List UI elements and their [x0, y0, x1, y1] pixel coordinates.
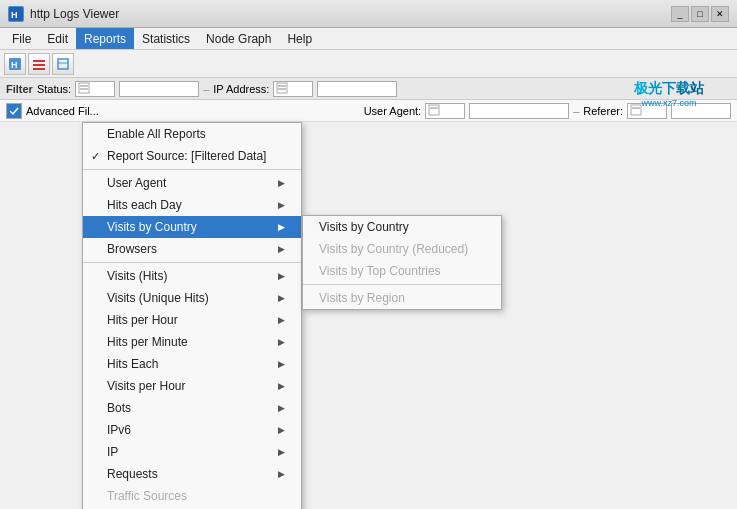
svg-rect-15: [429, 105, 439, 115]
arrow-ipv6: ▶: [278, 425, 285, 435]
arrow-hits-hour: ▶: [278, 315, 285, 325]
menu-requests[interactable]: Requests ▶: [83, 463, 301, 485]
user-agent-input[interactable]: [469, 103, 569, 119]
menu-reports[interactable]: Reports: [76, 28, 134, 49]
close-button[interactable]: ✕: [711, 6, 729, 22]
minimize-button[interactable]: _: [671, 6, 689, 22]
arrow-visits-unique: ▶: [278, 293, 285, 303]
menu-hits-each-day[interactable]: Hits each Day ▶: [83, 194, 301, 216]
ip-combo[interactable]: [273, 81, 313, 97]
svg-rect-5: [33, 64, 45, 66]
separator-1: –: [203, 83, 209, 95]
menu-file[interactable]: File: [4, 28, 39, 49]
status-input[interactable]: [119, 81, 199, 97]
title-bar: H http Logs Viewer _ □ ✕: [0, 0, 737, 28]
arrow-visits-hour: ▶: [278, 381, 285, 391]
menu-edit[interactable]: Edit: [39, 28, 76, 49]
arrow-visits-hits: ▶: [278, 271, 285, 281]
menu-user-agent[interactable]: User Agent ▶: [83, 172, 301, 194]
menu-traffic-sources: Traffic Sources: [83, 485, 301, 507]
menu-bar: File Edit Reports Statistics Node Graph …: [0, 28, 737, 50]
watermark: 极光下载站 www.xz7.com: [609, 74, 729, 114]
menu-visits-hits[interactable]: Visits (Hits) ▶: [83, 265, 301, 287]
visits-country-submenu: Visits by Country Visits by Country (Red…: [302, 215, 502, 310]
maximize-button[interactable]: □: [691, 6, 709, 22]
svg-rect-9: [79, 83, 89, 93]
ip-address-label: IP Address:: [213, 83, 269, 95]
toolbar-btn-2[interactable]: [28, 53, 50, 75]
status-combo[interactable]: [75, 81, 115, 97]
menu-browsers[interactable]: Browsers ▶: [83, 238, 301, 260]
adv-filter-label: Advanced Fil...: [26, 105, 99, 117]
separator-2: –: [573, 105, 579, 117]
reports-dropdown: Enable All Reports Report Source: [Filte…: [82, 122, 302, 509]
menu-enable-all[interactable]: Enable All Reports: [83, 123, 301, 145]
menu-hits-each[interactable]: Hits Each ▶: [83, 353, 301, 375]
menu-bots[interactable]: Bots ▶: [83, 397, 301, 419]
svg-rect-7: [58, 59, 68, 69]
arrow-bots: ▶: [278, 403, 285, 413]
menu-hits-per-minute[interactable]: Hits per Minute ▶: [83, 331, 301, 353]
separator-a: [83, 169, 301, 170]
user-agent-combo[interactable]: [425, 103, 465, 119]
menu-report-source[interactable]: Report Source: [Filtered Data]: [83, 145, 301, 167]
menu-ipv6[interactable]: IPv6 ▶: [83, 419, 301, 441]
user-agent-label: User Agent:: [364, 105, 421, 117]
svg-text:H: H: [11, 10, 18, 20]
app-icon: H: [8, 6, 24, 22]
toolbar-btn-3[interactable]: [52, 53, 74, 75]
arrow-requests: ▶: [278, 469, 285, 479]
watermark-logo: 极光下载站: [634, 80, 704, 98]
submenu-visits-top-countries: Visits by Top Countries: [303, 260, 501, 282]
svg-text:H: H: [11, 60, 18, 70]
window-controls: _ □ ✕: [671, 6, 729, 22]
toolbar-btn-1[interactable]: H: [4, 53, 26, 75]
arrow-hits-day: ▶: [278, 200, 285, 210]
submenu-visits-by-country[interactable]: Visits by Country: [303, 216, 501, 238]
menu-visits-per-hour[interactable]: Visits per Hour ▶: [83, 375, 301, 397]
svg-rect-6: [33, 68, 45, 70]
window-title: http Logs Viewer: [30, 7, 119, 21]
submenu-visits-country-reduced: Visits by Country (Reduced): [303, 238, 501, 260]
menu-visits-country[interactable]: Visits by Country ▶ Visits by Country Vi…: [83, 216, 301, 238]
submenu-visits-by-region: Visits by Region: [303, 287, 501, 309]
arrow-visits-country: ▶: [278, 222, 285, 232]
adv-filter-checkbox[interactable]: [6, 103, 22, 119]
arrow-user-agent: ▶: [278, 178, 285, 188]
arrow-browsers: ▶: [278, 244, 285, 254]
separator-b: [83, 262, 301, 263]
svg-rect-12: [277, 83, 287, 93]
ip-input[interactable]: [317, 81, 397, 97]
arrow-hits-each: ▶: [278, 359, 285, 369]
watermark-url: www.xz7.com: [641, 98, 696, 108]
status-label: Status:: [37, 83, 71, 95]
menu-hits-per-hour[interactable]: Hits per Hour ▶: [83, 309, 301, 331]
menu-visits-unique[interactable]: Visits (Unique Hits) ▶: [83, 287, 301, 309]
menu-statistics[interactable]: Statistics: [134, 28, 198, 49]
menu-help[interactable]: Help: [279, 28, 320, 49]
menu-node-graph[interactable]: Node Graph: [198, 28, 279, 49]
svg-rect-4: [33, 60, 45, 62]
arrow-ip: ▶: [278, 447, 285, 457]
filter-label: Filter: [6, 83, 33, 95]
submenu-separator: [303, 284, 501, 285]
menu-ip[interactable]: IP ▶: [83, 441, 301, 463]
arrow-hits-minute: ▶: [278, 337, 285, 347]
